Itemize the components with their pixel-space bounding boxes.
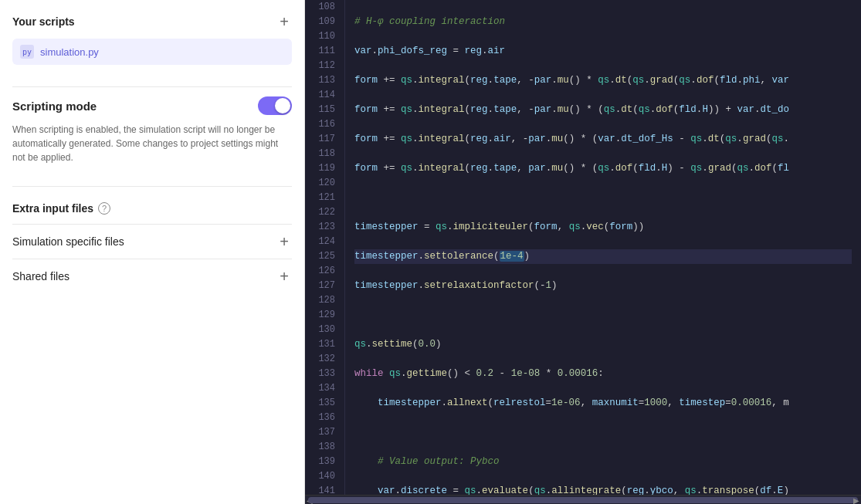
scripting-mode-label: Scripting mode [12, 100, 97, 113]
python-file-icon: py [20, 45, 34, 59]
code-line-118 [354, 308, 852, 323]
scripting-mode-toggle[interactable] [258, 96, 292, 115]
code-line-123: # Value output: Pybco [354, 455, 852, 469]
shared-files-title: Shared files [12, 270, 69, 282]
simulation-files-title: Simulation specific files [12, 235, 124, 248]
scripts-title: Your scripts [12, 15, 75, 28]
line-numbers: 108 109 110 111 112 113 114 115 116 117 … [305, 0, 345, 495]
scripting-description: When scripting is enabled, the simulatio… [12, 123, 292, 164]
simulation-files-subsection: Simulation specific files + [12, 224, 292, 259]
scripting-mode-section: Scripting mode When scripting is enabled… [12, 96, 292, 164]
scripts-section-header: Your scripts + [12, 12, 292, 31]
left-panel: Your scripts + py simulation.py Scriptin… [0, 0, 305, 504]
code-line-110: form += qs.integral(reg.tape, -par.mu() … [354, 73, 852, 88]
code-line-122 [354, 425, 852, 440]
code-line-124: var.discrete = qs.evaluate(qs.allintegra… [354, 484, 852, 495]
extra-files-section: Extra input files ? Simulation specific … [12, 202, 292, 293]
code-content[interactable]: # H-φ coupling interaction var.phi_dofs_… [345, 0, 861, 495]
scroll-right-arrow[interactable]: ▶ [852, 496, 861, 504]
divider-1 [12, 86, 292, 87]
shared-files-subsection: Shared files + [12, 259, 292, 293]
code-line-116: timestepper.settolerance(1e-4) [354, 249, 852, 264]
code-line-117: timestepper.setrelaxationfactor(-1) [354, 279, 852, 293]
add-shared-files-button[interactable]: + [276, 267, 292, 286]
scrollbar-thumb[interactable] [308, 497, 858, 503]
code-line-121: timestepper.allnext(relrestol=1e-06, max… [354, 396, 852, 411]
code-line-111: form += qs.integral(reg.tape, -par.mu() … [354, 103, 852, 117]
script-item[interactable]: py simulation.py [12, 39, 292, 65]
add-simulation-files-button[interactable]: + [276, 232, 292, 251]
help-icon[interactable]: ? [98, 202, 110, 215]
code-line-109: var.phi_dofs_reg = reg.air [354, 44, 852, 59]
code-line-120: while qs.gettime() < 0.2 - 1e-08 * 0.000… [354, 367, 852, 381]
code-line-119: qs.settime(0.0) [354, 337, 852, 352]
add-script-button[interactable]: + [276, 12, 292, 31]
code-line-114 [354, 191, 852, 205]
horizontal-scrollbar[interactable]: ◀ ▶ [305, 495, 861, 504]
code-line-115: timestepper = qs.impliciteuler(form, qs.… [354, 220, 852, 235]
extra-files-title: Extra input files [12, 202, 93, 215]
code-area: 108 109 110 111 112 113 114 115 116 117 … [305, 0, 861, 495]
scripting-mode-row: Scripting mode [12, 96, 292, 115]
code-line-108: # H-φ coupling interaction [354, 15, 852, 29]
svg-text:py: py [22, 48, 32, 56]
code-line-113: form += qs.integral(reg.tape, par.mu() *… [354, 161, 852, 176]
divider-2 [12, 186, 292, 187]
code-editor[interactable]: 108 109 110 111 112 113 114 115 116 117 … [305, 0, 861, 504]
code-line-112: form += qs.integral(reg.air, -par.mu() *… [354, 132, 852, 147]
extra-files-header: Extra input files ? [12, 202, 292, 215]
script-name: simulation.py [40, 46, 99, 58]
